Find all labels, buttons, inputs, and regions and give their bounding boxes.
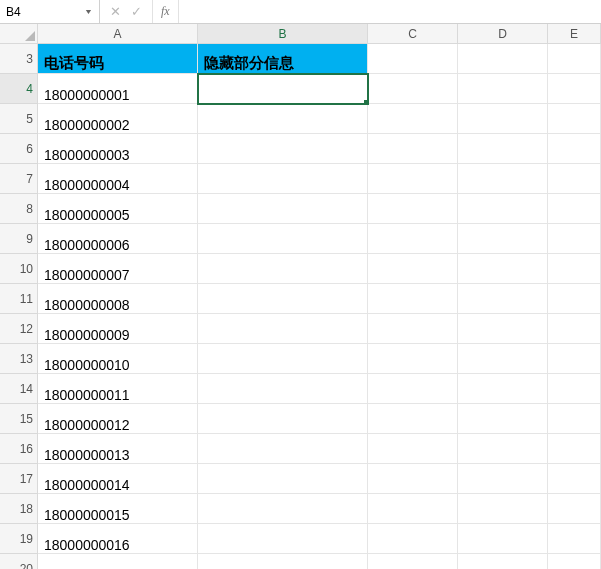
row-head[interactable]: 10 — [0, 254, 38, 284]
cell-B11[interactable] — [198, 284, 368, 314]
cell-A13[interactable]: 18000000010 — [38, 344, 198, 374]
spreadsheet-grid[interactable]: A B C D E 3 电话号码 隐藏部分信息 4180000000015180… — [0, 24, 601, 569]
cell-D11[interactable] — [458, 284, 548, 314]
cell-E12[interactable] — [548, 314, 601, 344]
row-head[interactable]: 4 — [0, 74, 38, 104]
col-head-E[interactable]: E — [548, 24, 601, 44]
cell-D12[interactable] — [458, 314, 548, 344]
cell-D10[interactable] — [458, 254, 548, 284]
col-head-C[interactable]: C — [368, 24, 458, 44]
cell-B4[interactable] — [198, 74, 368, 104]
row-head[interactable]: 18 — [0, 494, 38, 524]
row-head[interactable]: 13 — [0, 344, 38, 374]
cell-B20[interactable] — [198, 554, 368, 569]
cell-E11[interactable] — [548, 284, 601, 314]
cell-E18[interactable] — [548, 494, 601, 524]
cell-D20[interactable] — [458, 554, 548, 569]
cell-C17[interactable] — [368, 464, 458, 494]
cell-A18[interactable]: 18000000015 — [38, 494, 198, 524]
row-head[interactable]: 14 — [0, 374, 38, 404]
cell-B12[interactable] — [198, 314, 368, 344]
cell-A5[interactable]: 18000000002 — [38, 104, 198, 134]
cell-D15[interactable] — [458, 404, 548, 434]
cell-D18[interactable] — [458, 494, 548, 524]
cell-B6[interactable] — [198, 134, 368, 164]
cell-A15[interactable]: 18000000012 — [38, 404, 198, 434]
cell-C7[interactable] — [368, 164, 458, 194]
cell-E16[interactable] — [548, 434, 601, 464]
cell-D17[interactable] — [458, 464, 548, 494]
col-head-D[interactable]: D — [458, 24, 548, 44]
cell-B17[interactable] — [198, 464, 368, 494]
col-head-B[interactable]: B — [198, 24, 368, 44]
cell-C12[interactable] — [368, 314, 458, 344]
cell-C18[interactable] — [368, 494, 458, 524]
cell-C16[interactable] — [368, 434, 458, 464]
cell-E3[interactable] — [548, 44, 601, 74]
cell-B10[interactable] — [198, 254, 368, 284]
select-all-corner[interactable] — [0, 24, 38, 44]
cell-B9[interactable] — [198, 224, 368, 254]
cell-A10[interactable]: 18000000007 — [38, 254, 198, 284]
cell-E13[interactable] — [548, 344, 601, 374]
cell-E8[interactable] — [548, 194, 601, 224]
cell-C3[interactable] — [368, 44, 458, 74]
cell-D16[interactable] — [458, 434, 548, 464]
cell-B5[interactable] — [198, 104, 368, 134]
cell-A20[interactable]: 18000000017 — [38, 554, 198, 569]
cell-D7[interactable] — [458, 164, 548, 194]
cell-D4[interactable] — [458, 74, 548, 104]
row-head[interactable]: 11 — [0, 284, 38, 314]
cell-D13[interactable] — [458, 344, 548, 374]
row-head[interactable]: 17 — [0, 464, 38, 494]
row-head[interactable]: 7 — [0, 164, 38, 194]
cell-C20[interactable] — [368, 554, 458, 569]
cell-A12[interactable]: 18000000009 — [38, 314, 198, 344]
cell-D3[interactable] — [458, 44, 548, 74]
cell-E5[interactable] — [548, 104, 601, 134]
cell-C8[interactable] — [368, 194, 458, 224]
cell-A14[interactable]: 18000000011 — [38, 374, 198, 404]
cell-E15[interactable] — [548, 404, 601, 434]
cell-C6[interactable] — [368, 134, 458, 164]
cell-C4[interactable] — [368, 74, 458, 104]
cell-A11[interactable]: 18000000008 — [38, 284, 198, 314]
cell-B8[interactable] — [198, 194, 368, 224]
row-head[interactable]: 9 — [0, 224, 38, 254]
cell-A3[interactable]: 电话号码 — [38, 44, 198, 74]
cell-C19[interactable] — [368, 524, 458, 554]
cell-D9[interactable] — [458, 224, 548, 254]
cell-E17[interactable] — [548, 464, 601, 494]
cell-B19[interactable] — [198, 524, 368, 554]
row-head[interactable]: 20 — [0, 554, 38, 569]
cell-E4[interactable] — [548, 74, 601, 104]
cell-E9[interactable] — [548, 224, 601, 254]
cell-D14[interactable] — [458, 374, 548, 404]
cell-D8[interactable] — [458, 194, 548, 224]
name-box[interactable]: ▼ — [0, 0, 100, 23]
name-box-dropdown-icon[interactable]: ▼ — [84, 8, 93, 16]
row-head[interactable]: 8 — [0, 194, 38, 224]
cell-B16[interactable] — [198, 434, 368, 464]
fx-label[interactable]: fx — [153, 0, 179, 23]
row-head[interactable]: 19 — [0, 524, 38, 554]
cell-B7[interactable] — [198, 164, 368, 194]
cell-A16[interactable]: 18000000013 — [38, 434, 198, 464]
cell-A6[interactable]: 18000000003 — [38, 134, 198, 164]
cell-E19[interactable] — [548, 524, 601, 554]
cell-A8[interactable]: 18000000005 — [38, 194, 198, 224]
cell-E6[interactable] — [548, 134, 601, 164]
row-head[interactable]: 16 — [0, 434, 38, 464]
formula-input[interactable] — [179, 0, 601, 23]
cell-B3[interactable]: 隐藏部分信息 — [198, 44, 368, 74]
row-head[interactable]: 6 — [0, 134, 38, 164]
cell-D6[interactable] — [458, 134, 548, 164]
cell-C14[interactable] — [368, 374, 458, 404]
col-head-A[interactable]: A — [38, 24, 198, 44]
cell-C9[interactable] — [368, 224, 458, 254]
row-head[interactable]: 5 — [0, 104, 38, 134]
cell-C11[interactable] — [368, 284, 458, 314]
cell-C15[interactable] — [368, 404, 458, 434]
cell-E10[interactable] — [548, 254, 601, 284]
cell-E14[interactable] — [548, 374, 601, 404]
